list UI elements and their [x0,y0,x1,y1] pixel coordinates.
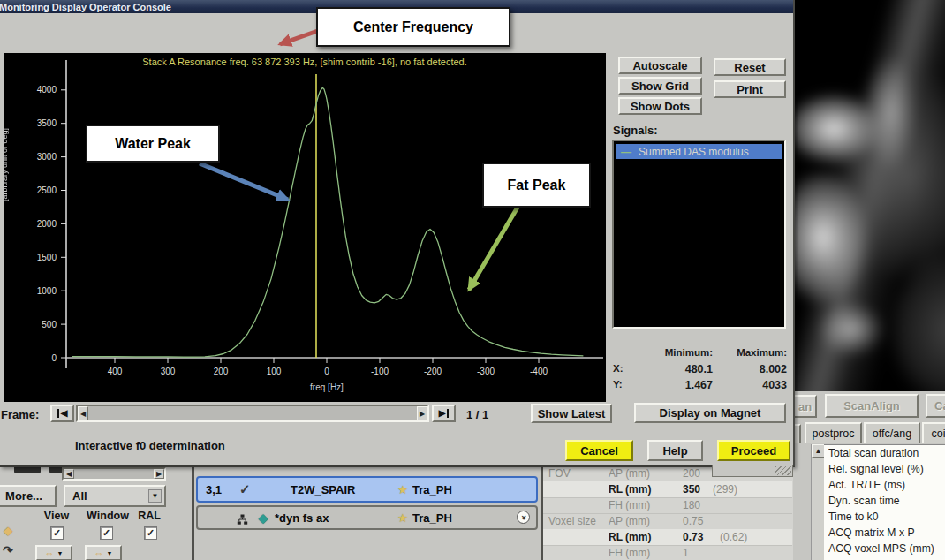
list-item[interactable]: Total scan duration [824,445,945,461]
ral-checkbox[interactable]: ✓ [144,526,157,540]
proceed-button[interactable]: Proceed [717,440,790,461]
scan-name: *dyn fs ax [275,511,329,525]
scan-id: 3,1 [206,483,222,496]
list-item[interactable]: ACQ matrix M x P [824,525,945,541]
dialog-resize-grip[interactable] [712,465,793,477]
show-dots-button[interactable]: Show Dots [618,97,702,115]
cancel-button-partial-label: Canc [934,399,945,412]
scroll-left-button[interactable]: ◀ [64,469,74,479]
y-max-value: 4033 [762,379,787,391]
param-row[interactable]: RL (mm) 350 (299) [543,481,792,498]
skip-last-icon: ▶ [439,409,450,418]
cancel-button[interactable]: Cancel [565,440,633,461]
show-grid-button[interactable]: Show Grid [618,77,702,95]
fat-peak-callout-label: Fat Peak [508,178,566,193]
y-min-value: 1.467 [685,379,713,391]
right-app-panel: an ScanAlign Canc postproc offc/ang coil… [793,391,945,560]
scan-orientation: Tra_PH [412,511,452,525]
expand-chevrons-icon[interactable]: » [517,511,530,524]
param-value: 200 [683,467,700,480]
param-group: Voxel size [548,515,596,527]
param-row[interactable]: FH (mm) 1 [543,545,792,560]
legend-swatch: — [621,147,631,157]
spectrum-plot[interactable]: 0500100015002000250030003500400040030020… [4,53,606,402]
double-arrow-icon: ⇔ [94,548,104,558]
dialog-title: Monitoring Display Operator Console [0,2,171,12]
column-header-ral: RAL [134,510,164,522]
signal-item-selected[interactable]: — Summed DAS modulus [616,144,782,159]
scanalign-button[interactable]: ScanAlign [825,394,919,418]
frame-last-button[interactable]: ▶ [432,405,456,422]
scroll-right-button[interactable]: ▶ [154,469,164,479]
list-item[interactable]: ACQ voxel MPS (mm) [824,541,945,556]
show-dots-label: Show Dots [631,100,690,113]
water-peak-callout: Water Peak [86,125,220,163]
svg-text:0: 0 [51,353,57,363]
frame-next-button[interactable]: ▶ [417,406,427,420]
autoscale-label: Autoscale [632,59,687,72]
scroll-up-button[interactable]: ▲ [812,444,825,458]
list-item[interactable]: Dyn. scan time [824,493,945,509]
maximum-header: Maximum: [737,347,787,358]
svg-text:4000: 4000 [37,85,57,95]
list-item[interactable]: Rel. signal level (%) [824,461,945,477]
scan-row[interactable]: ◆ *dyn fs ax ★ Tra_PH » [196,505,538,530]
param-value: 1 [683,547,689,559]
frame-prev-button[interactable]: ◀ [78,406,88,420]
info-scrollbar[interactable]: ▲ [811,444,824,560]
tab-coils[interactable]: coils [922,422,945,443]
show-grid-label: Show Grid [631,79,689,93]
arrow-up-icon: ▲ [815,447,822,455]
svg-text:-100: -100 [371,367,389,376]
proceed-label: Proceed [731,444,776,458]
param-row[interactable]: Voxel size AP (mm) 0.75 [543,513,792,530]
cancel-button-partial[interactable]: Canc [926,394,945,418]
frame-first-button[interactable]: ◀ [50,405,74,422]
param-name: RL (mm) [609,531,651,543]
show-latest-button[interactable]: Show Latest [531,404,612,423]
display-on-magnet-button[interactable]: Display on Magnet [634,403,786,423]
tab-postproc[interactable]: postproc [805,422,862,443]
tab-offc-ang[interactable]: offc/ang [864,422,920,443]
double-arrow-icon: ⇔ [45,548,55,558]
list-item[interactable]: Act. TR/TE (ms) [824,477,945,493]
param-extra: (299) [713,483,737,496]
help-button[interactable]: Help [647,440,703,461]
window-mode-dropdown[interactable]: ⇔ ▼ [85,545,122,560]
x-stat-label: X: [613,363,624,374]
view-checkbox[interactable]: ✓ [50,526,64,540]
frame-scrollbar[interactable]: ◀ ▶ [76,405,429,422]
svg-text:3000: 3000 [37,152,57,162]
print-label: Print [737,83,763,96]
tab-offc-ang-label: offc/ang [873,428,911,440]
chevron-down-icon[interactable]: ▼ [148,489,162,503]
cancel-label: Cancel [580,444,618,458]
arrow-left-icon: ◀ [66,470,72,478]
reset-button[interactable]: Reset [714,58,786,76]
monitoring-dialog: Monitoring Display Operator Console Stac… [0,0,795,467]
svg-text:2000: 2000 [37,219,57,229]
view-mode-dropdown[interactable]: ⇔ ▼ [35,545,72,560]
print-button[interactable]: Print [714,80,786,98]
filter-dropdown[interactable]: All ▼ [64,485,166,507]
arrow-left-icon: ◀ [80,410,86,418]
frame-label: Frame: [1,408,39,421]
list-item[interactable]: Time to k0 [824,509,945,525]
param-row[interactable]: RL (mm) 0.73 (0.62) [543,529,792,546]
scan-button-partial[interactable]: an [793,395,817,418]
param-name: FH (mm) [609,547,650,559]
more-button[interactable]: More... [0,485,57,507]
svg-text:-200: -200 [424,367,442,376]
x-max-value: 8.002 [760,363,787,375]
window-checkbox[interactable]: ✓ [100,526,113,540]
chevron-down-icon: ▼ [57,550,64,556]
show-latest-label: Show Latest [538,407,606,420]
autoscale-button[interactable]: Autoscale [618,57,702,74]
h-scrollbar[interactable]: ◀ ▶ [62,467,166,481]
check-icon: ✓ [239,481,251,497]
scan-row-selected[interactable]: 3,1 ✓ T2W_SPAIR ★ Tra_PH [196,476,538,503]
svg-text:0: 0 [324,367,329,376]
redo-arrow-icon: ↷ [3,543,13,557]
frame-counter: 1 / 1 [466,408,488,421]
param-row[interactable]: FH (mm) 180 [543,497,792,514]
